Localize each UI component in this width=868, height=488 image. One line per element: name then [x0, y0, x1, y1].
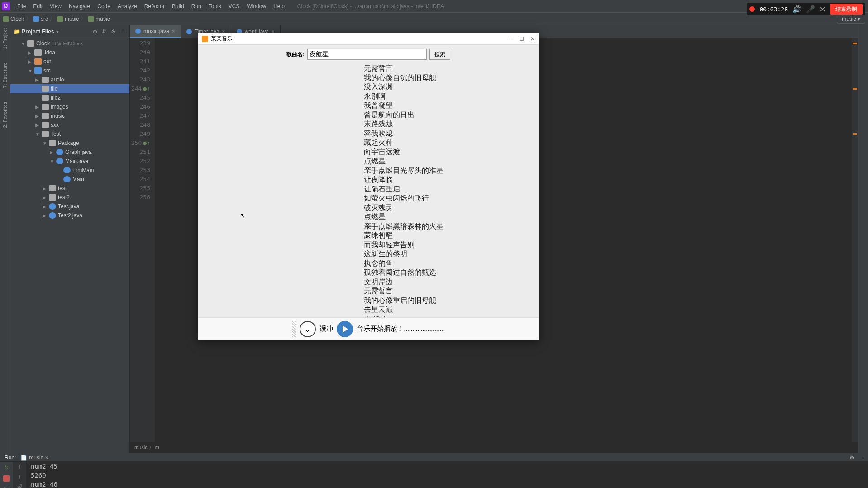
lyric-line: 文明岸边 [364, 277, 445, 287]
structure-tool-tab[interactable]: 7: Structure [2, 62, 8, 88]
stop-button[interactable] [3, 475, 10, 482]
project-tree[interactable]: ▼ClockD:\intell\Clock▶.idea▶out▼src▶audi… [10, 38, 129, 453]
menu-bar: IJ FileEditViewNavigateCodeAnalyzeRefact… [0, 0, 868, 13]
lyric-line: 如萤火虫闪烁的飞行 [364, 194, 445, 203]
menu-view[interactable]: View [46, 3, 65, 10]
tree-Graph.java[interactable]: ▶Graph.java [10, 148, 129, 157]
tree-Package[interactable]: ▼Package [10, 139, 129, 148]
tree-Main.java[interactable]: ▼Main.java [10, 157, 129, 166]
player-status: 音乐开始播放！........................ [357, 325, 445, 333]
target-icon[interactable]: ⊕ [93, 29, 97, 35]
run-panel-header: Run: 📄 music × ⚙ — [0, 454, 868, 462]
dropdown-button[interactable]: ⌄ [300, 321, 316, 337]
tree-out[interactable]: ▶out [10, 57, 129, 66]
music-dialog: 某某音乐 — ☐ ✕ 歌曲名: 搜索 无需誓言我的心像自沉的旧母舰没入深渊永别啊… [198, 33, 539, 340]
tree-Test[interactable]: ▼Test [10, 129, 129, 139]
menu-refactor[interactable]: Refactor [141, 3, 168, 10]
gear-icon[interactable]: ⚙ [111, 29, 116, 35]
tree-FrmMain[interactable]: FrmMain [10, 166, 129, 175]
end-recording-button[interactable]: 结束录制 [830, 4, 863, 15]
dialog-titlebar[interactable]: 某某音乐 — ☐ ✕ [198, 33, 539, 45]
tree-music[interactable]: ▶music [10, 111, 129, 120]
lyrics-list: 无需誓言我的心像自沉的旧母舰没入深渊永别啊我曾凝望曾是航向的日出末路残烛容我吹熄… [364, 64, 445, 317]
lyric-line: 我的心像自沉的旧母舰 [364, 73, 445, 83]
rerun-button[interactable]: ↻ [2, 464, 10, 472]
run-config-dropdown[interactable]: music ▾ [837, 14, 865, 24]
recording-bar: 00:03:28 🔊 🎤 ✕ 结束录制 [747, 3, 865, 15]
tree-Test.java[interactable]: ▶Test.java [10, 202, 129, 211]
menu-edit[interactable]: Edit [29, 3, 46, 10]
crumb-music[interactable]: music [57, 16, 79, 22]
tree-audio[interactable]: ▶audio [10, 75, 129, 84]
crumb-src[interactable]: src [33, 16, 48, 22]
editor-breadcrumb: music 〉 m [130, 442, 858, 453]
tree-sxx[interactable]: ▶sxx [10, 120, 129, 129]
play-button[interactable] [337, 321, 353, 337]
tab-music.java[interactable]: music.java× [130, 25, 181, 38]
hide-icon[interactable]: — [120, 29, 126, 35]
lyric-line: 我曾凝望 [364, 101, 445, 110]
search-button[interactable]: 搜索 [429, 49, 450, 60]
mic-muted-icon[interactable]: 🎤 [806, 5, 815, 14]
menu-vcs[interactable]: VCS [225, 3, 243, 10]
lyric-line: 让陨石重启 [364, 185, 445, 194]
tree-Test2.java[interactable]: ▶Test2.java [10, 211, 129, 220]
lyric-line: 而我却轻声告别 [364, 240, 445, 250]
menu-analyze[interactable]: Analyze [114, 3, 141, 10]
gear-icon[interactable]: ⚙ [849, 455, 854, 461]
maximize-button[interactable]: ☐ [519, 36, 524, 42]
crumb-Clock[interactable]: Clock [3, 16, 24, 22]
minimize-button[interactable]: — [507, 36, 513, 42]
close-button[interactable]: ✕ [530, 36, 535, 42]
hide-icon[interactable]: — [858, 455, 863, 461]
crumb-music[interactable]: music [88, 16, 110, 22]
volume-icon[interactable]: 🔊 [792, 5, 801, 14]
menu-navigate[interactable]: Navigate [65, 3, 94, 10]
menu-help[interactable]: Help [270, 3, 288, 10]
tree-images[interactable]: ▶images [10, 102, 129, 111]
lyric-line: 让夜降临 [364, 175, 445, 185]
down-icon[interactable]: ↓ [18, 474, 21, 480]
line-gutter: 239240241242243244●↑245246247248249250●↑… [130, 38, 155, 442]
camera-icon[interactable]: 📷 [2, 485, 10, 488]
console-line: num2:45 [31, 462, 863, 471]
tree-test2[interactable]: ▶test2 [10, 193, 129, 202]
close-icon[interactable]: ✕ [820, 5, 825, 14]
drag-handle[interactable] [292, 321, 296, 337]
menu-file[interactable]: File [14, 3, 29, 10]
tree-Clock[interactable]: ▼ClockD:\intell\Clock [10, 39, 129, 48]
project-panel-title[interactable]: Project Files [22, 29, 54, 35]
tree-src[interactable]: ▼src [10, 66, 129, 75]
menu-run[interactable]: Run [188, 3, 205, 10]
project-tool-tab[interactable]: 1: Project [2, 28, 8, 49]
collapse-icon[interactable]: ⇵ [102, 29, 106, 35]
window-title: Clock [D:\intell\Clock] - ...\src\music\… [297, 3, 444, 10]
lyric-line: 永别啊 [364, 92, 445, 101]
lyric-line: 点燃星 [364, 157, 445, 166]
run-console[interactable]: num2:455260num2:463180num2:472730num2:48… [26, 462, 868, 488]
folder-icon: 📁 [14, 29, 20, 35]
lyric-line: 无需誓言 [364, 64, 445, 73]
run-config-label[interactable]: 📄 music × [20, 455, 48, 461]
tree-file[interactable]: file [10, 84, 129, 93]
lyric-line: 亲手点燃黑暗森林的火星 [364, 222, 445, 231]
menu-build[interactable]: Build [168, 3, 188, 10]
record-time: 00:03:28 [759, 6, 788, 13]
run-actions-gutter: ↻ 📷 ⇲ 🖶 📌 [0, 462, 13, 488]
tree-.idea[interactable]: ▶.idea [10, 48, 129, 57]
lyric-line: 无需誓言 [364, 287, 445, 296]
lyric-line: 点燃星 [364, 212, 445, 222]
tree-test[interactable]: ▶test [10, 184, 129, 193]
lyric-line: 我的心像重启的旧母舰 [364, 296, 445, 306]
song-name-input[interactable] [307, 49, 427, 60]
menu-code[interactable]: Code [94, 3, 114, 10]
tree-Main[interactable]: Main [10, 175, 129, 184]
favorites-tool-tab[interactable]: 2: Favorites [2, 102, 8, 128]
menu-window[interactable]: Window [243, 3, 270, 10]
menu-tools[interactable]: Tools [205, 3, 225, 10]
tree-file2[interactable]: file2 [10, 93, 129, 102]
wrap-icon[interactable]: ⏎ [17, 483, 22, 488]
lyric-line: 没入深渊 [364, 82, 445, 92]
lyric-line: 孤独着闯过自然的甄选 [364, 268, 445, 277]
up-icon[interactable]: ↑ [18, 464, 21, 470]
